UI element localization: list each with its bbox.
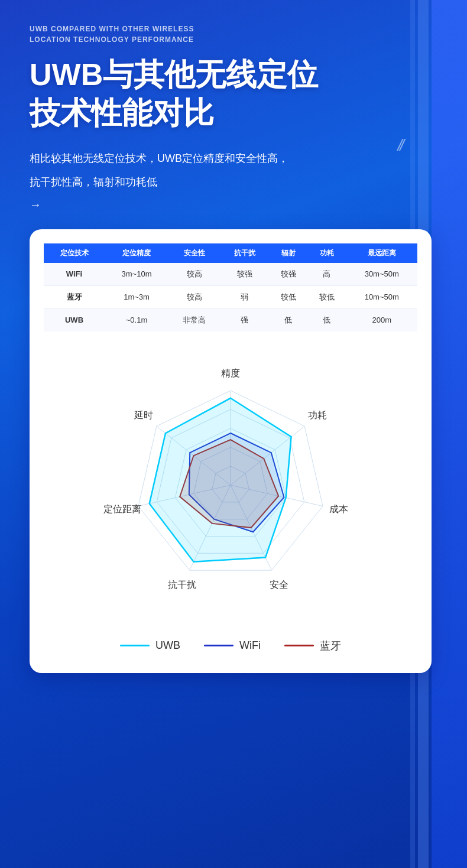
table-cell: 较高: [168, 263, 220, 286]
legend-label-bt: 蓝牙: [320, 639, 341, 653]
table-row: 蓝牙1m~3m较高弱较低较低10m~50m: [44, 285, 417, 308]
table-cell: 非常高: [168, 308, 220, 331]
col-header-accuracy: 定位精度: [105, 243, 168, 263]
table-header-row: 定位技术 定位精度 安全性 抗干扰 辐射 功耗 最远距离: [44, 243, 417, 263]
svg-text:抗干扰: 抗干扰: [168, 579, 196, 589]
col-header-security: 安全性: [168, 243, 220, 263]
col-header-range: 最远距离: [346, 243, 418, 263]
table-cell: 低: [269, 308, 307, 331]
col-header-radiation: 辐射: [269, 243, 307, 263]
table-cell: ~0.1m: [105, 308, 168, 331]
table-cell: 高: [307, 263, 346, 286]
table-cell: 30m~50m: [346, 263, 418, 286]
svg-text:安全: 安全: [270, 579, 288, 589]
radar-container: 精度功耗成本安全抗干扰定位距离延时: [44, 343, 417, 627]
col-header-interference: 抗干扰: [220, 243, 269, 263]
radar-chart-wrapper: 精度功耗成本安全抗干扰定位距离延时: [59, 343, 402, 627]
arrow-decoration: →: [30, 198, 449, 212]
comparison-card: 定位技术 定位精度 安全性 抗干扰 辐射 功耗 最远距离 WiFi3m~10m较…: [30, 229, 432, 673]
legend-item-wifi: WiFi: [204, 639, 261, 653]
table-cell: 10m~50m: [346, 285, 418, 308]
table-body: WiFi3m~10m较高较强较强高30m~50m蓝牙1m~3m较高弱较低较低10…: [44, 263, 417, 331]
table-cell: 较低: [269, 285, 307, 308]
subtitle-en: UWB COMPARED WITH OTHER WIRELESS LOCATIO…: [30, 24, 449, 45]
table-row: UWB~0.1m非常高强低低200m: [44, 308, 417, 331]
legend-item-uwb: UWB: [120, 639, 180, 653]
table-cell: 1m~3m: [105, 285, 168, 308]
table-cell: 低: [307, 308, 346, 331]
table-cell: 较强: [220, 263, 269, 286]
legend-line-bt: [284, 645, 314, 646]
table-cell: 弱: [220, 285, 269, 308]
description-line2: 抗干扰性高，辐射和功耗低: [30, 173, 449, 191]
legend-label-wifi: WiFi: [239, 639, 261, 652]
table-cell: 较高: [168, 285, 220, 308]
radar-chart-svg: 精度功耗成本安全抗干扰定位距离延时: [59, 343, 402, 627]
svg-text:定位距离: 定位距离: [103, 504, 141, 514]
table-cell: UWB: [44, 308, 105, 331]
chart-legend: UWB WiFi 蓝牙: [44, 639, 417, 659]
legend-label-uwb: UWB: [155, 639, 180, 652]
svg-text:成本: 成本: [329, 504, 348, 514]
table-row: WiFi3m~10m较高较强较强高30m~50m: [44, 263, 417, 286]
col-header-tech: 定位技术: [44, 243, 105, 263]
svg-text:精度: 精度: [221, 368, 240, 378]
slash-decoration: //: [397, 136, 402, 155]
table-cell: WiFi: [44, 263, 105, 286]
svg-text:延时: 延时: [134, 410, 153, 420]
legend-item-bt: 蓝牙: [284, 639, 341, 653]
table-cell: 3m~10m: [105, 263, 168, 286]
legend-line-uwb: [120, 645, 150, 646]
table-cell: 强: [220, 308, 269, 331]
svg-text:功耗: 功耗: [308, 410, 327, 420]
table-cell: 较低: [307, 285, 346, 308]
main-title: UWB与其他无线定位 技术性能对比: [30, 56, 449, 132]
table-cell: 较强: [269, 263, 307, 286]
table-cell: 200m: [346, 308, 418, 331]
comparison-table: 定位技术 定位精度 安全性 抗干扰 辐射 功耗 最远距离 WiFi3m~10m较…: [44, 243, 417, 331]
col-header-power: 功耗: [307, 243, 346, 263]
table-cell: 蓝牙: [44, 285, 105, 308]
legend-line-wifi: [204, 645, 234, 646]
description-line1: 相比较其他无线定位技术，UWB定位精度和安全性高，: [30, 149, 449, 168]
